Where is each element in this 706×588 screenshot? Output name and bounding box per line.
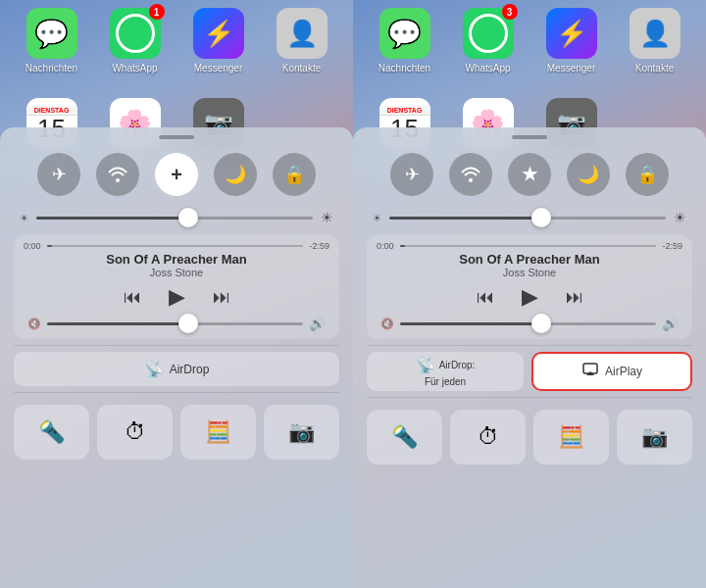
volume-row: 🔇 🔊 (24, 316, 329, 331)
messages-icon-right (379, 8, 430, 59)
divider2-right (367, 397, 692, 398)
airplane-mode-button[interactable]: ✈ (37, 153, 80, 196)
bluetooth-button-right[interactable]: ★ (508, 153, 551, 196)
pull-handle-right (512, 135, 547, 139)
left-panel: Nachrichten 1 WhatsApp Messenger Kontakt… (0, 0, 353, 588)
play-button-right[interactable]: ▶ (522, 284, 538, 310)
progress-track-right[interactable] (400, 245, 657, 247)
messages-icon (26, 8, 77, 59)
app-label: WhatsApp (112, 63, 157, 74)
do-not-disturb-button[interactable]: 🌙 (214, 153, 257, 196)
time-start-right: 0:00 (377, 241, 394, 251)
airdrop-icon-right: 📡 (416, 356, 435, 374)
messenger-icon (193, 8, 244, 59)
brightness-track[interactable] (36, 217, 313, 220)
airdrop-row-left: 📡 AirDrop (14, 352, 339, 386)
calculator-button-right[interactable]: 🧮 (533, 410, 609, 465)
rewind-button-right[interactable]: ⏮ (477, 287, 494, 308)
app-label: WhatsApp (465, 63, 510, 74)
flashlight-button-left[interactable]: 🔦 (14, 405, 89, 460)
music-player-left: 0:00 -2:59 Son Of A Preacher Man Joss St… (14, 235, 339, 339)
airdrop-row-right: 📡 AirDrop: Für jeden AirPlay (367, 352, 692, 391)
app-label: Messenger (547, 63, 595, 74)
pull-handle (159, 135, 194, 139)
airdrop-button-left[interactable]: 📡 AirDrop (14, 352, 339, 386)
control-center-right: ✈ ★ 🌙 🔒 ☀ ☀ 0:00 (353, 127, 706, 588)
airdrop-icon: 📡 (144, 360, 164, 378)
do-not-disturb-button-right[interactable]: 🌙 (567, 153, 610, 196)
volume-high-icon: 🔊 (309, 316, 326, 331)
airplane-mode-button-right[interactable]: ✈ (390, 153, 433, 196)
app-messenger-right[interactable]: Messenger (538, 8, 605, 74)
brightness-low-icon-right: ☀ (373, 213, 381, 223)
rotation-lock-button[interactable]: 🔒 (273, 153, 316, 196)
volume-track[interactable] (47, 322, 303, 325)
app-kontakte-right[interactable]: Kontakte (622, 8, 688, 74)
fastforward-button-right[interactable]: ⏭ (566, 287, 583, 308)
quick-actions-right: 🔦 ⏱ 🧮 📷 (353, 404, 706, 465)
camera-button-left[interactable]: 📷 (264, 405, 339, 460)
airdrop-label-right: AirDrop: (439, 360, 476, 370)
app-whatsapp-right[interactable]: 3 WhatsApp (455, 8, 522, 74)
messenger-icon-right (546, 8, 597, 59)
wifi-button-right[interactable] (449, 153, 492, 196)
brightness-track-right[interactable] (389, 217, 666, 220)
time-start: 0:00 (24, 241, 41, 251)
airdrop-button-right[interactable]: 📡 AirDrop: Für jeden (367, 352, 524, 391)
time-end-right: -2:59 (662, 241, 682, 251)
app-label: Messenger (194, 63, 242, 74)
divider-right (367, 345, 692, 346)
bluetooth-button[interactable]: + (155, 153, 198, 196)
fastforward-button[interactable]: ⏭ (213, 287, 230, 308)
whatsapp-badge: 1 (149, 4, 165, 20)
contacts-icon (277, 8, 328, 59)
calculator-button-left[interactable]: 🧮 (180, 405, 256, 460)
app-label: Kontakte (282, 63, 321, 74)
volume-low-icon: 🔇 (27, 318, 41, 330)
playback-controls-right: ⏮ ▶ ⏭ (377, 284, 682, 310)
airplay-button-right[interactable]: AirPlay (531, 352, 692, 391)
app-label: Nachrichten (378, 63, 430, 74)
airplay-icon-right (581, 362, 599, 381)
clock-button-right[interactable]: ⏱ (450, 410, 526, 465)
divider-left (14, 345, 339, 346)
app-kontakte[interactable]: Kontakte (269, 8, 335, 74)
volume-row-right: 🔇 🔊 (377, 316, 682, 331)
clock-button-left[interactable]: ⏱ (97, 405, 173, 460)
airdrop-sub-label: Für jeden (425, 376, 466, 387)
toggle-row-right: ✈ ★ 🌙 🔒 (353, 149, 706, 206)
toggle-row-left: ✈ + 🌙 🔒 (0, 149, 353, 206)
brightness-slider-left: ☀ ☀ (0, 206, 353, 229)
music-player-right: 0:00 -2:59 Son Of A Preacher Man Joss St… (367, 235, 692, 339)
app-nachrichten[interactable]: Nachrichten (19, 8, 85, 74)
right-panel: Nachrichten 3 WhatsApp Messenger Kontakt… (353, 0, 706, 588)
song-title-left: Son Of A Preacher Man (24, 252, 329, 267)
play-button[interactable]: ▶ (169, 284, 185, 310)
progress-track[interactable] (47, 245, 304, 247)
rewind-button[interactable]: ⏮ (124, 287, 141, 308)
app-nachrichten-right[interactable]: Nachrichten (372, 8, 438, 74)
airplay-label: AirPlay (605, 365, 642, 378)
volume-high-icon-right: 🔊 (662, 316, 679, 331)
app-messenger[interactable]: Messenger (185, 8, 252, 74)
divider2-left (14, 392, 339, 393)
airdrop-label-left: AirDrop (170, 363, 210, 376)
camera-button-right[interactable]: 📷 (617, 410, 692, 465)
rotation-lock-button-right[interactable]: 🔒 (626, 153, 669, 196)
song-artist-right: Joss Stone (377, 267, 682, 278)
app-label: Kontakte (635, 63, 674, 74)
app-whatsapp[interactable]: 1 WhatsApp (102, 8, 169, 74)
time-row: 0:00 -2:59 (24, 241, 329, 251)
flashlight-button-right[interactable]: 🔦 (367, 410, 442, 465)
song-title-right: Son Of A Preacher Man (377, 252, 682, 267)
time-row-right: 0:00 -2:59 (377, 241, 682, 251)
brightness-slider-right: ☀ ☀ (353, 206, 706, 229)
whatsapp-icon-right: 3 (463, 8, 514, 59)
time-end: -2:59 (309, 241, 329, 251)
quick-actions-left: 🔦 ⏱ 🧮 📷 (0, 399, 353, 460)
song-artist-left: Joss Stone (24, 267, 329, 278)
volume-track-right[interactable] (400, 322, 656, 325)
app-label: Nachrichten (25, 63, 77, 74)
wifi-button[interactable] (96, 153, 139, 196)
whatsapp-icon: 1 (110, 8, 161, 59)
